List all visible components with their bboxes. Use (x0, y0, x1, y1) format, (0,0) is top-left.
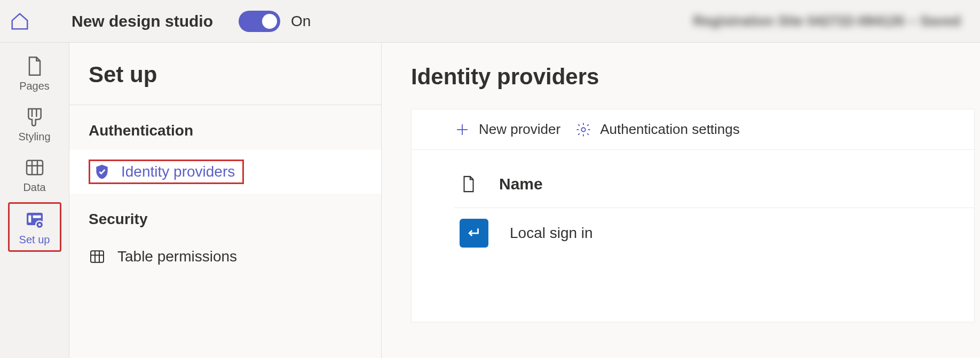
svg-rect-2 (28, 216, 31, 222)
content-card: New provider Authentication settings Nam… (411, 109, 975, 322)
svg-point-5 (38, 224, 41, 226)
panel-title: Set up (69, 62, 381, 105)
rail-item-setup[interactable]: Set up (8, 202, 61, 252)
rail-item-styling[interactable]: Styling (8, 101, 61, 147)
file-icon (460, 173, 478, 195)
column-header-name[interactable]: Name (499, 175, 543, 193)
rail-item-pages[interactable]: Pages (8, 50, 61, 97)
topbar: New design studio On Registration Site 0… (0, 0, 980, 43)
section-header-security: Security (69, 194, 381, 238)
left-rail: Pages Styling Data Set up (0, 43, 69, 358)
rail-label: Pages (19, 80, 50, 92)
svg-rect-0 (27, 161, 43, 175)
auth-settings-button[interactable]: Authentication settings (575, 121, 740, 138)
setup-panel: Set up Authentication Identity providers… (69, 43, 382, 358)
site-status: Registration Site 042722-084126 – Saved (693, 13, 961, 29)
rail-item-data[interactable]: Data (8, 152, 61, 198)
rail-label: Set up (19, 234, 50, 246)
menu-item-identity-providers[interactable]: Identity providers (69, 150, 381, 194)
local-signin-icon (460, 219, 488, 248)
content-area: Identity providers New provider Authenti… (382, 43, 980, 358)
home-icon[interactable] (10, 11, 30, 31)
return-icon (466, 225, 482, 241)
rail-label: Data (23, 181, 45, 194)
table-row[interactable]: Local sign in (454, 208, 974, 258)
section-header-authentication: Authentication (69, 105, 381, 150)
table-header: Name (454, 166, 974, 208)
gear-icon (575, 122, 591, 138)
svg-rect-3 (33, 216, 41, 218)
plus-icon (454, 122, 470, 138)
shield-check-icon (93, 163, 110, 180)
row-name: Local sign in (510, 225, 593, 242)
table-icon (89, 248, 106, 265)
command-bar: New provider Authentication settings (412, 109, 974, 150)
toggle-label: On (291, 13, 311, 30)
svg-rect-6 (91, 251, 104, 262)
svg-point-7 (581, 128, 586, 132)
cmd-label: New provider (479, 121, 560, 138)
cmd-label: Authentication settings (600, 121, 740, 138)
rail-label: Styling (18, 131, 50, 143)
menu-item-table-permissions[interactable]: Table permissions (69, 238, 381, 275)
new-provider-button[interactable]: New provider (454, 121, 560, 138)
topbar-title: New design studio (72, 12, 213, 30)
menu-label: Table permissions (117, 248, 237, 265)
menu-label: Identity providers (121, 163, 235, 180)
providers-table: Name Local sign in (412, 150, 974, 258)
design-studio-toggle[interactable] (239, 11, 280, 32)
content-title: Identity providers (411, 64, 980, 90)
